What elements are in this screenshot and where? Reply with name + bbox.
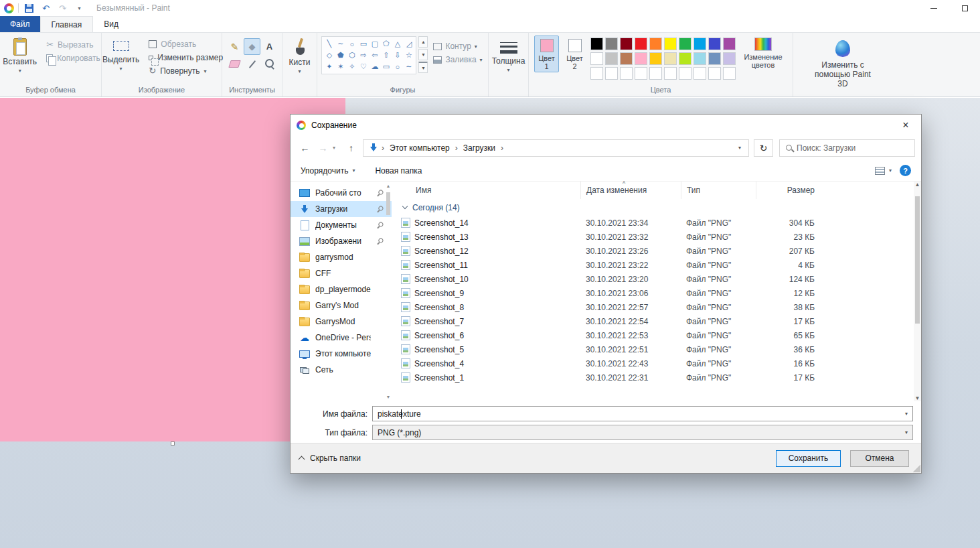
file-row[interactable]: Screenshot_8 30.10.2021 22:57 Файл "PNG"… (401, 300, 914, 314)
help-button[interactable]: ? (900, 165, 911, 176)
shape-item[interactable]: ⇩ (392, 50, 403, 61)
shape-item[interactable]: ◇ (323, 50, 335, 61)
sidebar-item[interactable]: Загрузки (291, 201, 392, 217)
column-header-type[interactable]: Тип (681, 182, 756, 199)
address-dropdown-icon[interactable]: ▾ (734, 145, 746, 151)
shape-item[interactable]: ♡ (357, 61, 369, 72)
palette-color[interactable] (693, 67, 706, 80)
shape-item[interactable]: ╲ (323, 38, 335, 50)
scroll-up-icon[interactable]: ▲ (418, 36, 428, 48)
palette-color[interactable] (679, 52, 691, 65)
rotate-button[interactable]: ↻ Повернуть ▾ (146, 66, 226, 76)
shape-item[interactable]: ∼ (335, 38, 346, 50)
file-row[interactable]: Screenshot_10 30.10.2021 23:20 Файл "PNG… (401, 272, 914, 286)
scroll-down-icon[interactable]: ▼ (915, 395, 920, 401)
file-row[interactable]: Screenshot_12 30.10.2021 23:26 Файл "PNG… (401, 244, 914, 258)
palette-color[interactable] (664, 38, 677, 50)
palette-color[interactable] (708, 67, 721, 80)
refresh-button[interactable]: ↻ (754, 139, 773, 157)
filename-input[interactable]: piskatexture ▾ (372, 406, 913, 421)
sidebar-item[interactable]: CFF (291, 265, 392, 281)
color2-button[interactable]: Цвет 2 (562, 36, 587, 72)
shape-item[interactable]: ✦ (323, 61, 335, 72)
file-row[interactable]: Screenshot_6 30.10.2021 22:53 Файл "PNG"… (401, 328, 914, 342)
file-row[interactable]: Screenshot_9 30.10.2021 23:06 Файл "PNG"… (401, 286, 914, 300)
paste-button[interactable]: Вставить ▾ (0, 36, 42, 74)
palette-color[interactable] (723, 67, 736, 80)
shape-item[interactable]: ∼ (403, 61, 414, 72)
sidebar-item[interactable]: Рабочий сто (291, 185, 392, 201)
palette-color[interactable] (649, 52, 662, 65)
tool-button[interactable] (244, 38, 260, 55)
scrollbar-thumb[interactable] (386, 192, 390, 215)
color1-button[interactable]: Цвет 1 (534, 36, 559, 72)
forward-button[interactable]: → (315, 139, 331, 157)
scroll-down-icon[interactable]: ▼ (386, 395, 391, 399)
address-bar[interactable]: › Этот компьютер › Загрузки › ▾ (363, 139, 749, 157)
maximize-button[interactable] (949, 0, 980, 16)
palette-color[interactable] (723, 52, 736, 65)
palette-color[interactable] (664, 67, 677, 80)
palette-color[interactable] (635, 67, 647, 80)
palette-color[interactable] (649, 67, 662, 80)
file-row[interactable]: Screenshot_11 30.10.2021 23:22 Файл "PNG… (401, 258, 914, 272)
sidebar-item[interactable]: Изображени (291, 233, 392, 249)
sidebar-item[interactable]: Garry's Mod (291, 297, 392, 314)
palette-color[interactable] (708, 38, 721, 50)
breadcrumb-item[interactable]: Загрузки › (459, 143, 504, 153)
palette-color[interactable] (679, 38, 691, 50)
palette-color[interactable] (605, 67, 618, 80)
palette-color[interactable] (664, 52, 677, 65)
copy-button[interactable]: Копировать (44, 53, 103, 64)
canvas-resize-handle[interactable] (171, 441, 175, 446)
scroll-up-icon[interactable]: ▲ (915, 182, 920, 188)
sidebar-item[interactable]: garrysmod (291, 249, 392, 265)
shape-item[interactable]: ○ (392, 61, 403, 72)
crop-button[interactable]: Обрезать (146, 39, 226, 50)
breadcrumb-item[interactable]: Этот компьютер › (385, 143, 459, 153)
shape-item[interactable]: ⬟ (335, 50, 346, 61)
palette-color[interactable] (620, 52, 633, 65)
shape-item[interactable]: ▭ (357, 38, 369, 50)
file-row[interactable]: Screenshot_14 30.10.2021 23:34 Файл "PNG… (401, 216, 914, 230)
shape-item[interactable]: ⇧ (380, 50, 392, 61)
palette-color[interactable] (620, 67, 633, 80)
line-size-button[interactable]: Толщина ▾ (487, 36, 530, 74)
view-options-button[interactable]: ▾ (875, 167, 892, 175)
column-header-size[interactable]: Размер (756, 182, 817, 199)
brushes-button[interactable]: Кисти ▾ (284, 36, 315, 75)
shape-item[interactable]: ✧ (346, 61, 357, 72)
tool-button[interactable] (261, 56, 278, 72)
hide-folders-button[interactable]: Скрыть папки (299, 454, 361, 463)
resize-button[interactable]: Изменить размер (146, 52, 226, 63)
scroll-up-icon[interactable]: ▲ (386, 184, 391, 188)
undo-button[interactable]: ↶ (39, 2, 52, 15)
shape-item[interactable]: △ (392, 38, 403, 50)
sidebar-item[interactable]: OneDrive - Person (291, 330, 392, 346)
column-header-date[interactable]: ^ Дата изменения (580, 182, 681, 199)
chevron-down-icon[interactable]: ▾ (905, 411, 908, 417)
palette-color[interactable] (590, 67, 603, 80)
redo-button[interactable]: ↷ (56, 2, 69, 15)
dialog-resize-grip[interactable] (912, 464, 920, 472)
history-chevron-icon[interactable]: ▾ (333, 145, 341, 151)
shape-item[interactable]: ⇨ (357, 50, 369, 61)
shape-item[interactable]: ⇦ (369, 50, 380, 61)
shape-item[interactable]: ⬠ (380, 38, 392, 50)
palette-color[interactable] (635, 38, 647, 50)
palette-color[interactable] (649, 38, 662, 50)
tool-button[interactable] (261, 38, 278, 55)
gallery-expand-icon[interactable]: ▼ (418, 62, 428, 73)
shape-item[interactable]: ⬡ (346, 50, 357, 61)
search-input[interactable]: Поиск: Загрузки (779, 139, 915, 157)
palette-color[interactable] (590, 38, 603, 50)
scrollbar-thumb[interactable] (915, 196, 920, 324)
palette-color[interactable] (635, 52, 647, 65)
sidebar-item[interactable]: Этот компьютер (291, 346, 392, 362)
tab-file[interactable]: Файл (0, 16, 40, 32)
select-button[interactable]: Выделить ▾ (98, 36, 144, 72)
shape-item[interactable]: ▢ (369, 38, 380, 50)
cut-button[interactable]: ✂ Вырезать (44, 39, 103, 50)
sidebar-item[interactable]: GarrysMod (291, 314, 392, 330)
file-row[interactable]: Screenshot_1 30.10.2021 22:31 Файл "PNG"… (401, 370, 914, 385)
